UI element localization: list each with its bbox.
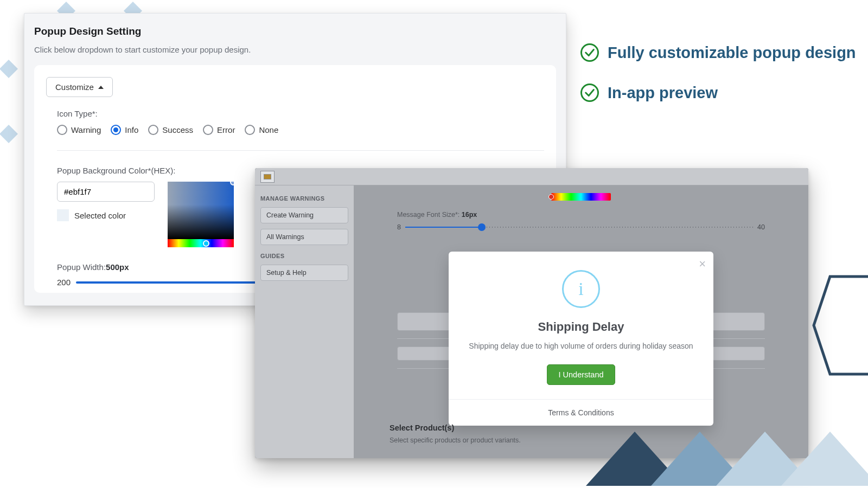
color-picker-handle[interactable] (230, 179, 237, 185)
decoration-diamond (0, 60, 18, 78)
radio-error[interactable]: Error (203, 125, 235, 135)
selected-color-label: Selected color (74, 211, 126, 220)
customize-dropdown[interactable]: Customize (46, 77, 113, 97)
font-slider-thumb[interactable] (478, 223, 486, 231)
bg-hex-input[interactable] (57, 182, 155, 202)
info-icon: i (562, 270, 600, 308)
radio-info[interactable]: Info (111, 125, 138, 135)
all-warnings-button[interactable]: All Warnings (260, 229, 348, 245)
customize-label: Customize (55, 82, 94, 92)
feature-text: Fully customizable popup design (608, 44, 856, 62)
font-size-slider[interactable]: 8 40 (397, 223, 765, 231)
preview-sidebar: MANAGE WARNINGS Create Warning All Warni… (255, 185, 354, 458)
popup-title: Shipping Delay (465, 320, 697, 334)
feature-item: In-app preview (580, 84, 856, 102)
caret-up-icon (98, 86, 104, 89)
feature-list: Fully customizable popup design In-app p… (580, 43, 856, 124)
icon-type-radios: Warning Info Success Error None (57, 125, 544, 135)
sidebar-heading-guides: GUIDES (260, 253, 348, 259)
svg-marker-4 (781, 432, 868, 486)
hue-handle[interactable] (203, 240, 209, 247)
settings-title: Popup Design Setting (34, 25, 556, 37)
radio-warning[interactable]: Warning (57, 125, 101, 135)
check-icon (580, 43, 599, 62)
decoration-diamond (0, 125, 18, 143)
color-picker[interactable] (168, 182, 234, 247)
font-max: 40 (757, 223, 765, 231)
feature-item: Fully customizable popup design (580, 43, 856, 62)
app-icon (260, 171, 275, 183)
select-products-section: Select Product(s) Select specific produc… (390, 423, 521, 444)
setup-help-button[interactable]: Setup & Help (260, 265, 348, 281)
sidebar-heading-manage: MANAGE WARNINGS (260, 195, 348, 202)
preview-topbar (255, 168, 808, 185)
font-min: 8 (397, 223, 401, 231)
popup-message: Shipping delay due to high volume of ord… (465, 342, 697, 350)
color-gradient-bar[interactable] (551, 193, 611, 201)
radio-none[interactable]: None (245, 125, 278, 135)
icon-type-label: Icon Type*: (57, 109, 544, 118)
font-size-label: Message Font Size*: 16px (397, 211, 477, 219)
check-icon (580, 84, 599, 102)
selected-color-swatch (57, 209, 69, 221)
popup-width-label: Popup Width:500px (57, 262, 129, 272)
feature-text: In-app preview (608, 84, 718, 102)
select-products-sub: Select specific products or product vari… (390, 436, 521, 444)
decoration-triangles (586, 356, 868, 488)
radio-success[interactable]: Success (148, 125, 193, 135)
create-warning-button[interactable]: Create Warning (260, 207, 348, 223)
width-min: 200 (57, 278, 71, 287)
close-icon[interactable]: × (699, 258, 706, 270)
divider (57, 150, 544, 151)
settings-subtitle: Click below dropdown to start customize … (34, 45, 556, 54)
select-products-title: Select Product(s) (390, 423, 521, 432)
